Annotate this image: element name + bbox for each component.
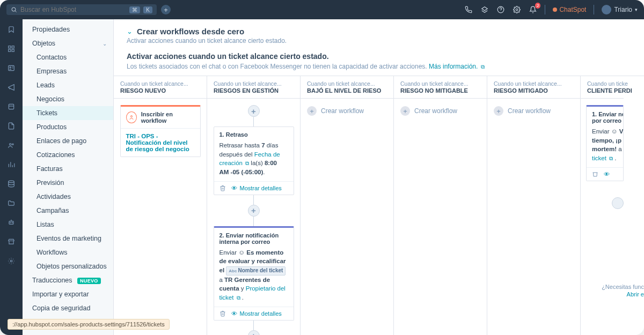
add-step-button[interactable]: + [248, 330, 260, 335]
marketplace-icon[interactable] [480, 5, 489, 14]
delay-card[interactable]: 1. Retraso Retrasar hasta 7 días después… [214, 126, 294, 195]
quick-create-button[interactable]: + [161, 5, 171, 14]
sidebar-item-workflows[interactable]: Workflows [23, 245, 113, 259]
add-step-button[interactable]: + [248, 205, 260, 217]
sidebar-item-campanas[interactable]: Campañas [23, 204, 113, 218]
svg-point-10 [10, 67, 11, 68]
svg-rect-9 [9, 65, 14, 70]
show-details-button[interactable]: 👁 Mostrar detalles [231, 310, 282, 317]
add-step-button[interactable]: + [248, 105, 260, 117]
users-icon[interactable] [6, 140, 16, 150]
account-menu[interactable]: Triario ▾ [602, 5, 638, 14]
sidebar-item-leads[interactable]: Leads [23, 78, 113, 92]
sidebar-item-importar[interactable]: Importar y exportar [23, 287, 113, 301]
column-title: RIESGO MITIGADO [494, 87, 574, 94]
mail-card-partial[interactable]: 1. Enviar nopor correo Enviar ☺ V tiempo… [586, 105, 624, 181]
create-workflow-button[interactable]: + Crear workflow [399, 105, 481, 116]
learn-more-link[interactable]: Más información. ⧉ [429, 63, 485, 70]
svg-point-4 [516, 9, 518, 11]
card-text: Enviar ☺ V tiempo, ¡p mortem! a ticket ⧉… [592, 127, 618, 163]
column-pre: Cuando un ticket alcance... [400, 80, 480, 87]
sidebar-item-copia[interactable]: Copia de seguridad [23, 301, 113, 315]
chart-icon[interactable] [6, 160, 16, 169]
sidebar-item-listas[interactable]: Listas [23, 218, 113, 232]
folder-icon[interactable] [6, 198, 16, 208]
column-title: RIESGO NO MITIGABLE [400, 87, 480, 94]
search-input[interactable] [20, 6, 126, 13]
notification-card[interactable]: 2. Enviar notificación interna por corre… [214, 226, 294, 321]
robot-icon[interactable] [6, 218, 16, 227]
column-no-mitigable: Cuando un ticket alcance... RIESGO NO MI… [394, 76, 487, 335]
sidebar-item-productos[interactable]: Productos [23, 120, 113, 134]
contact-icon[interactable] [6, 63, 16, 73]
enroll-label: Inscribir en workflow [141, 111, 195, 124]
delete-step-button[interactable] [219, 310, 226, 317]
sidebar-item-prevision[interactable]: Previsión [23, 176, 113, 190]
document-icon[interactable] [6, 121, 16, 131]
column-header: Cuando un ticket alcance... BAJÓ EL NIVE… [301, 76, 393, 99]
svg-rect-8 [12, 49, 14, 51]
chatspot-dot-icon [553, 8, 557, 12]
content-area: ⌄ Crear workflows desde cero Activar acc… [114, 19, 644, 335]
database-icon[interactable] [6, 179, 16, 189]
sidebar-item-propiedades[interactable]: Propiedades [23, 23, 113, 36]
bookmark-icon[interactable] [6, 25, 16, 34]
grid-icon[interactable] [6, 44, 16, 54]
sidebar-item-empresas[interactable]: Empresas [23, 64, 113, 78]
external-link-icon: ⧉ [609, 155, 613, 161]
topbar: ⌘ K + 2 ChatSpot Triario ▾ [0, 0, 644, 19]
collapse-toggle-icon[interactable]: ⌄ [127, 27, 133, 35]
global-search[interactable]: ⌘ K [6, 4, 157, 15]
kbd-k: K [143, 6, 152, 13]
svg-point-21 [10, 222, 11, 223]
column-header: Cuando un ticke CLIENTE PERDI [581, 76, 624, 99]
connector [253, 217, 254, 226]
sidebar-item-facturas[interactable]: Facturas [23, 162, 113, 176]
show-details-label: Mostrar detalles [240, 185, 282, 191]
sidebar-item-objetos-pers[interactable]: Objetos personalizados [23, 259, 113, 273]
column-title: BAJÓ EL NIVEL DE RIESO [307, 87, 387, 94]
show-details-button[interactable]: 👁 Mostrar detalles [231, 185, 282, 191]
settings-icon[interactable] [513, 5, 521, 14]
svg-point-25 [130, 116, 132, 117]
sidebar-item-tickets[interactable]: Tickets [23, 106, 113, 120]
notifications-icon[interactable]: 2 [529, 5, 537, 14]
column-riesgo-nuevo: Cuando un ticket alcance... RIESGO NUEVO… [114, 76, 207, 335]
sidebar-item-negocios[interactable]: Negocios [23, 92, 113, 106]
gear-icon[interactable] [6, 256, 16, 266]
sidebar-item-eventos[interactable]: Eventos de marketing [23, 232, 113, 245]
phone-icon[interactable] [464, 5, 473, 14]
svg-point-14 [12, 144, 13, 145]
sidebar-group-objetos[interactable]: Objetos ⌄ [23, 36, 113, 50]
workflow-link[interactable]: TRI - OPS - Notificación del nivel de ri… [126, 133, 189, 152]
sidebar-item-cotizaciones[interactable]: Cotizaciones [23, 148, 113, 162]
enroll-card[interactable]: Inscribir en workflow TRI - OPS - Notifi… [120, 105, 201, 157]
external-link-icon: ⧉ [481, 64, 485, 70]
footer-hint: ¿Necesitas func Abrir e [602, 284, 644, 297]
show-details-button[interactable]: 👁 [604, 171, 610, 177]
create-workflow-button[interactable]: + Crear workflow [306, 105, 388, 116]
help-icon[interactable] [496, 5, 505, 14]
plus-icon: + [307, 106, 317, 116]
smile-icon: ☺ [238, 249, 246, 256]
layers-icon[interactable] [6, 102, 16, 111]
add-step-button[interactable] [612, 197, 624, 209]
sidebar-item-actividades[interactable]: Actividades [23, 190, 113, 204]
megaphone-icon[interactable] [6, 83, 16, 92]
ticket-link[interactable]: ticket ⧉ [592, 155, 613, 161]
footer-open-link[interactable]: Abrir e [602, 291, 644, 297]
username-label: Triario [614, 6, 632, 13]
footer-text: ¿Necesitas func [602, 284, 644, 290]
create-workflow-button[interactable]: + Crear workflow [493, 105, 575, 116]
card-title: 1. Retraso [219, 131, 288, 138]
delete-step-button[interactable] [219, 185, 226, 191]
sidebar-item-enlaces-pago[interactable]: Enlaces de pago [23, 134, 113, 148]
store-icon[interactable] [6, 237, 16, 247]
sidebar-item-traducciones[interactable]: Traducciones NUEVO [23, 273, 113, 287]
sidebar-item-contactos[interactable]: Contactos [23, 50, 113, 64]
workflow-columns: Cuando un ticket alcance... RIESGO NUEVO… [114, 76, 644, 335]
delete-step-button[interactable] [592, 171, 598, 177]
chatspot-button[interactable]: ChatSpot [553, 6, 586, 13]
divider [594, 5, 594, 14]
chatspot-label: ChatSpot [559, 6, 586, 13]
